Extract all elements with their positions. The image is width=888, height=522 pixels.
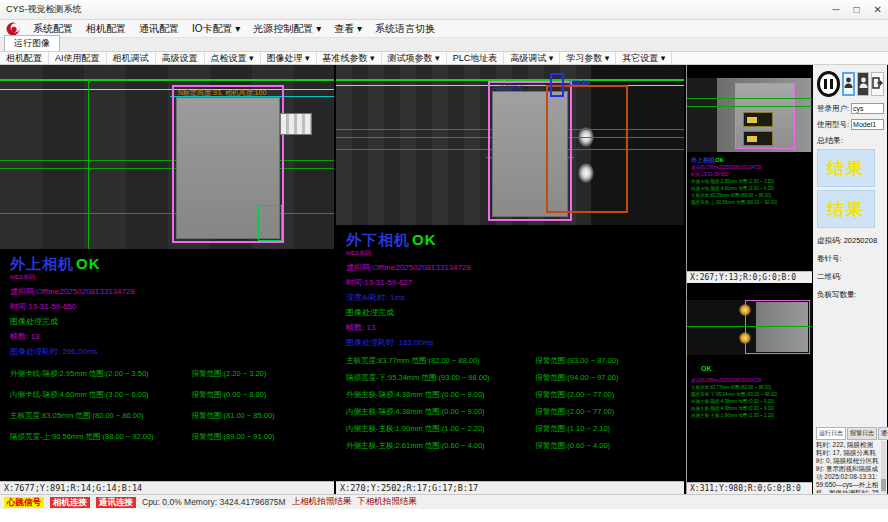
cpu-memory-text: Cpu: 0.0% Memory: 3424.41796875M — [142, 497, 286, 507]
heartbeat-badge: 心跳信号 — [4, 497, 44, 508]
log-tabs: 运行日志 报警日志 通讯日志 — [816, 427, 884, 440]
login-user-label: 登录用户: — [817, 104, 849, 114]
tool-camera-debug[interactable]: 相机调试 — [107, 52, 156, 65]
tab-run-image[interactable]: 运行图像 — [4, 35, 60, 51]
mini-view-top[interactable]: 外上相机OK 虚拟码:Offline20250208133134728 时间:1… — [687, 65, 812, 283]
measure-row: 主极宽度:83.77mm 范围:(82.00 ~ 88.00)报警范围:(83.… — [346, 356, 684, 366]
minimize-button[interactable]: ─ — [832, 4, 839, 15]
menu-item-comm-config[interactable]: 通讯配置 — [139, 22, 179, 36]
user-icon — [859, 75, 868, 93]
tool-advanced-settings[interactable]: 高级设置 — [156, 52, 205, 65]
tool-image-processing[interactable]: 图像处理 ▾ — [261, 52, 317, 65]
tool-test-params[interactable]: 测试项参数 ▾ — [382, 52, 447, 65]
mini-camera-image-bottom — [687, 300, 812, 355]
tool-plc-address-table[interactable]: PLC地址表 — [447, 52, 505, 65]
processing-done-line: 图像处理完成 — [10, 316, 334, 327]
tool-learning-params[interactable]: 学习参数 ▾ — [560, 52, 616, 65]
green-vertical-line — [88, 79, 89, 249]
result-box-1: 结果 — [817, 149, 875, 187]
user-icon — [844, 75, 853, 93]
needle-number-row: 卷针号: — [817, 254, 884, 264]
user-manage-button[interactable] — [857, 72, 869, 96]
control-panel: 登录用户: cys 使用型号: Model1 总结果: 结果 结果 虚拟码: 2… — [813, 65, 887, 494]
frame-count-line: 帧数: 13 — [10, 331, 334, 342]
blue-measurement-value: 123.80 — [568, 79, 589, 86]
log-scrollbar[interactable] — [881, 441, 886, 493]
model-input[interactable]: Model1 — [851, 119, 884, 130]
processing-done-line: 图像处理完成 — [346, 307, 684, 318]
virtual-code-line: 虚拟码:Offline20250208133134728 — [346, 262, 684, 273]
mes-code-label: MES条码: — [10, 273, 334, 282]
status-bar: 心跳信号 相机连接 通讯连接 Cpu: 0.0% Memory: 3424.41… — [0, 494, 888, 509]
ok-status-label: OK — [76, 255, 101, 272]
virtual-code-line: 虚拟码:Offline20250208133134728 — [10, 286, 334, 297]
tab-strip: 运行图像 — [0, 38, 888, 52]
title-bar: CYS-视觉检测系统 ─ □ ✕ — [0, 0, 888, 20]
tab-comm-log[interactable]: 通讯日志 — [878, 427, 888, 440]
bottom-margin — [0, 509, 888, 522]
mini-camera-image-top — [687, 78, 812, 152]
neg-write-count-row: 负极写数量: — [817, 290, 884, 300]
comm-connect-badge: 通讯连接 — [96, 497, 136, 508]
login-user-input[interactable]: cys — [851, 103, 884, 114]
tab-alarm-log[interactable]: 报警日志 — [847, 427, 877, 440]
mini-thumb — [743, 131, 773, 146]
tool-other-settings[interactable]: 其它设置 ▾ — [616, 52, 672, 65]
window-title: CYS-视觉检测系统 — [6, 3, 832, 16]
measure-row: 内侧主极-主极:1.90mm 范围:(1.00 ~ 2.20)报警范围:(1.1… — [346, 424, 684, 434]
elapsed-line: 图像处理耗时: 266.00ms — [10, 346, 334, 357]
calibration-overlay-label: N标定高度:93, 相机高度:100 — [178, 88, 266, 98]
menu-item-view[interactable]: 查看 ▾ — [334, 22, 362, 36]
mini-result-text-top: 外上相机OK 虚拟码:Offline20250208133134728 时间:1… — [691, 157, 810, 206]
mini-result-text-bottom: 虚拟码:Offline20250208133134728 主极宽度:83.77m… — [691, 377, 810, 419]
menu-item-io-config[interactable]: IO卡配置 ▾ — [192, 22, 240, 36]
scrollbar-thumb[interactable] — [881, 479, 886, 491]
time-line: 时间:13-31-59-650 — [10, 301, 334, 312]
measure-row: 内侧卡线-隔膜:4.60mm 范围:(3.00 ~ 6.00)报警范围:(0.0… — [10, 390, 334, 400]
green-guide-line — [0, 79, 334, 81]
measure-row: 主极宽度:83.05mm 范围:(80.00 ~ 86.00)报警范围:(81.… — [10, 411, 334, 421]
measure-row: 外侧卡线-隔膜:2.95mm 范围:(2.00 ~ 3.50)报警范围:(2.2… — [10, 369, 334, 379]
app-logo-icon — [6, 22, 20, 36]
pause-button[interactable] — [817, 71, 840, 97]
user-login-button[interactable] — [842, 72, 855, 96]
green-measure-line — [687, 326, 812, 327]
menu-item-camera-config[interactable]: 相机配置 — [86, 22, 126, 36]
mini-view-column: 外上相机OK 虚拟码:Offline20250208133134728 时间:1… — [686, 65, 812, 494]
pixel-coordinate-status: X:267;Y:13;R:0;G:0;B:0 — [687, 271, 812, 283]
camera-view-upper-outer: N标定高度:93, 相机高度:100 外上相机OK MES条码: 虚拟码:Off… — [0, 65, 334, 494]
camera-name-label: 外上相机 — [10, 255, 74, 272]
orange-roi-box — [546, 85, 628, 213]
green-roi-box — [258, 205, 282, 241]
tool-baseline-params[interactable]: 基准线参数 ▾ — [317, 52, 382, 65]
exit-button[interactable] — [871, 72, 884, 96]
camera-name-label: 外下相机 — [346, 231, 410, 248]
maximize-button[interactable]: □ — [854, 4, 860, 15]
camera-image-lower-outer[interactable]: AI标定区域 123.80 — [336, 65, 684, 225]
menu-item-light-config[interactable]: 光源控制配置 ▾ — [253, 22, 321, 36]
result-box-2: 结果 — [817, 190, 875, 228]
tool-advanced-debug[interactable]: 高级调试 ▾ — [504, 52, 560, 65]
camera-view-lower-outer: AI标定区域 123.80 外下相机OK MES条码: 虚拟码:Offline2… — [336, 65, 684, 494]
elapsed-line: 图像处理耗时: 183.00ms — [346, 337, 684, 348]
menu-bar: 系统配置 相机配置 通讯配置 IO卡配置 ▾ 光源控制配置 ▾ 查看 ▾ 系统语… — [0, 20, 888, 38]
toolbar: 相机配置 AI使用配置 相机调试 高级设置 点检设置 ▾ 图像处理 ▾ 基准线参… — [0, 52, 888, 65]
mini-view-bottom[interactable]: OK 虚拟码:Offline20250208133134728 主极宽度:83.… — [687, 285, 812, 494]
total-result-label: 总结果: — [817, 135, 884, 146]
lower-camera-result-text: 下相机拍照结果 — [357, 496, 417, 508]
model-label: 使用型号: — [817, 120, 849, 130]
ai-calibration-label: AI标定区域 — [493, 84, 523, 93]
log-text: 耗时: 222, 隔膜检测耗时: 17, 隔膜分离耗时: 0, 隔膜模框分区耗时… — [816, 441, 879, 493]
tool-ai-usage-config[interactable]: AI使用配置 — [49, 52, 107, 65]
close-button[interactable]: ✕ — [874, 4, 882, 15]
tool-camera-config[interactable]: 相机配置 — [0, 52, 49, 65]
tool-spot-check[interactable]: 点检设置 ▾ — [205, 52, 261, 65]
virtual-code-row: 虚拟码: 20250208 — [817, 236, 884, 246]
menu-item-language-switch[interactable]: 系统语言切换 — [375, 22, 435, 36]
ok-status-label: OK — [701, 365, 712, 372]
camera-image-upper-outer[interactable]: N标定高度:93, 相机高度:100 — [0, 65, 334, 249]
menu-item-system-config[interactable]: 系统配置 — [33, 22, 73, 36]
tab-run-log[interactable]: 运行日志 — [816, 427, 846, 440]
result-panel-upper-outer: 外上相机OK MES条码: 虚拟码:Offline202502081331347… — [0, 249, 334, 481]
pixel-coordinate-status: X:270;Y:2502;R:17;G:17;B:17 — [336, 481, 684, 494]
